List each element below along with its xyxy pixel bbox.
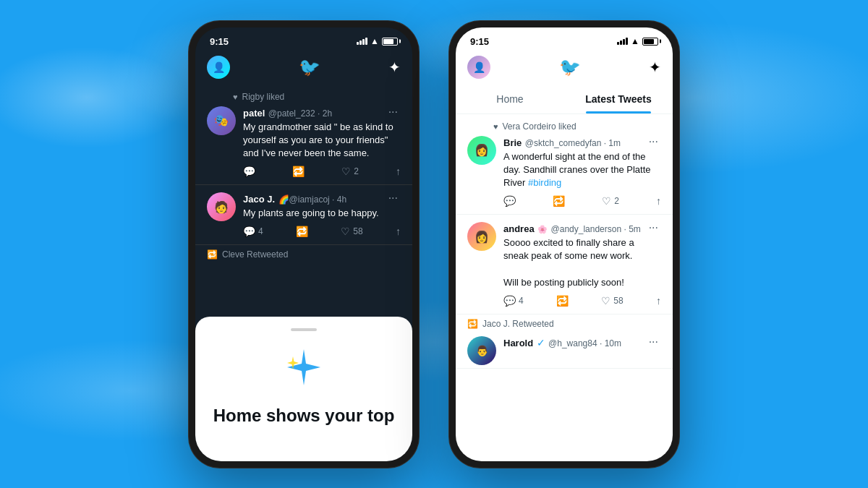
retweet-icon-patel: 🔁 [292,166,305,177]
like-action-patel[interactable]: ♡ 2 [341,166,359,177]
actions-jaco: 💬 4 🔁 ♡ 58 ↑ [243,226,401,237]
share-action-andrea[interactable]: ↑ [656,295,661,307]
comment-icon-patel: 💬 [243,166,255,177]
share-icon-andrea: ↑ [656,295,661,307]
retweet-action-andrea[interactable]: 🔁 [556,295,569,307]
user-avatar-right[interactable]: 👤 [467,56,490,79]
comment-icon-brie: 💬 [503,195,516,207]
status-icons-right: ▲ [617,36,658,46]
share-icon-brie: ↑ [656,195,661,207]
retweet-action-jaco[interactable]: 🔁 [296,226,308,237]
status-bar-right: 9:15 ▲ [456,27,673,50]
avatar-andrea[interactable]: 👩 [467,222,496,251]
heart-icon-liked: ♥ [233,93,238,101]
tab-latest-tweets[interactable]: Latest Tweets [564,85,673,114]
share-icon-patel: ↑ [396,166,401,177]
avatar-jaco[interactable]: 🧑 [207,192,236,221]
avatar-brie[interactable]: 👩 [467,136,496,165]
share-action-jaco[interactable]: ↑ [396,226,401,237]
user-avatar-left[interactable]: 👤 [207,56,230,79]
time-left: 9:15 [210,36,229,47]
more-jaco[interactable]: ··· [386,192,401,204]
share-action-brie[interactable]: ↑ [656,195,661,207]
status-bar-left: 9:15 ▲ [195,27,412,50]
author-andrea: andrea [503,223,535,234]
handle-jaco: 🌈@iamjacoj · 4h [278,194,347,205]
comment-icon-andrea: 💬 [503,295,516,307]
more-andrea[interactable]: ··· [646,222,661,234]
avatar-harold[interactable]: 👨 [467,336,496,365]
heart-icon-jaco: ♡ [341,226,350,237]
text-jaco: My plants are going to be happy. [243,207,401,220]
tweet-jaco: 🧑 Jaco J. 🌈@iamjacoj · 4h ··· My plants … [195,185,412,245]
tweet-patel: ♥ Rigby liked 🎭 patel @patel_232 · 2h [195,85,412,186]
text-andrea: Soooo excited to finally share a sneak p… [503,236,661,289]
avatar-patel[interactable]: 🎭 [207,106,236,135]
author-jaco: Jaco J. [243,194,275,205]
like-action-jaco[interactable]: ♡ 58 [341,226,362,237]
tweet-andrea: 👩 andrea 🌸 @andy_landerson · 5m ··· [456,215,673,314]
twitter-nav-left: 👤 🐦 ✦ [195,50,412,85]
retweet-icon-jaco: 🔁 [296,226,308,237]
sparkle-icon-left[interactable]: ✦ [388,59,401,76]
twitter-bird-left: 🐦 [299,57,320,77]
comment-action-brie[interactable]: 💬 [503,195,516,207]
retweet-icon-notice-right: 🔁 [467,319,478,329]
heart-icon-brie: ♡ [602,195,611,207]
time-right: 9:15 [470,36,489,47]
battery-icon-left [382,38,398,46]
text-brie: A wonderful sight at the end of the day.… [503,150,661,190]
comment-action-jaco[interactable]: 💬 4 [243,226,263,237]
sparkle-icon-right[interactable]: ✦ [649,59,661,76]
retweet-action-brie[interactable]: 🔁 [553,195,565,207]
tweet-harold-partial: 👨 Harold ✓ @h_wang84 · 10m ··· [456,329,673,369]
twitter-bird-right: 🐦 [559,57,581,77]
retweet-icon-andrea: 🔁 [556,295,569,307]
share-icon-jaco: ↑ [396,226,401,237]
handle-andrea: @andy_landerson · 5m [551,224,641,234]
right-phone: 9:15 ▲ 👤 🐦 ✦ [448,20,680,468]
like-action-brie[interactable]: ♡ 2 [602,195,619,207]
handle-brie: @sktch_comedyfan · 1m [525,138,621,148]
more-harold[interactable]: ··· [646,336,661,348]
comment-action-andrea[interactable]: 💬 4 [503,295,524,307]
comment-icon-jaco: 💬 [243,226,255,237]
status-icons-left: ▲ [357,36,398,46]
actions-brie: 💬 🔁 ♡ 2 ↑ [503,195,661,207]
heart-icon-andrea: ♡ [601,295,610,307]
twitter-nav-right: 👤 🐦 ✦ [456,50,673,85]
left-phone: 9:15 ▲ 👤 🐦 ✦ [188,20,420,468]
tweet-feed-right: ♥ Vera Cordeiro liked 👩 Brie @sktch_come… [456,114,673,369]
wifi-icon-left: ▲ [370,36,379,46]
author-patel: patel [243,108,265,119]
heart-icon-patel: ♡ [341,166,351,177]
hashtag-birding[interactable]: #birding [528,177,561,188]
tabs-right: Home Latest Tweets [456,85,673,114]
signal-icon-right [617,38,628,45]
retweet-notice-right: 🔁 Jaco J. Retweeted [456,314,673,329]
actions-andrea: 💬 4 🔁 ♡ 58 ↑ [503,295,661,307]
retweet-icon-brie: 🔁 [553,195,565,207]
comment-action-patel[interactable]: 💬 [243,166,255,177]
author-harold: Harold [503,338,533,348]
tab-home[interactable]: Home [456,85,564,114]
sheet-title: Home shows your top [213,406,395,426]
handle-harold: @h_wang84 · 10m [548,338,621,348]
battery-icon-right [642,38,658,46]
share-action-patel[interactable]: ↑ [396,166,401,177]
heart-icon-liked-right: ♥ [493,122,498,131]
more-brie[interactable]: ··· [646,136,661,147]
sheet-sparkle [282,346,326,397]
tweet-brie: ♥ Vera Cordeiro liked 👩 Brie @sktch_come… [456,114,673,215]
more-patel[interactable]: ··· [386,106,401,118]
sheet-handle [291,328,317,331]
handle-patel: @patel_232 · 2h [268,108,332,119]
retweet-action-patel[interactable]: 🔁 [292,166,305,177]
like-action-andrea[interactable]: ♡ 58 [601,295,623,307]
text-patel: My grandmother said " be as kind to your… [243,121,401,160]
liked-by-patel: ♥ Rigby liked [207,92,401,102]
tweet-feed-left: ♥ Rigby liked 🎭 patel @patel_232 · 2h [195,85,412,260]
author-brie: Brie [503,137,522,148]
retweet-notice-left: 🔁 Cleve Retweeted [195,245,412,260]
actions-patel: 💬 🔁 ♡ 2 ↑ [243,166,401,177]
